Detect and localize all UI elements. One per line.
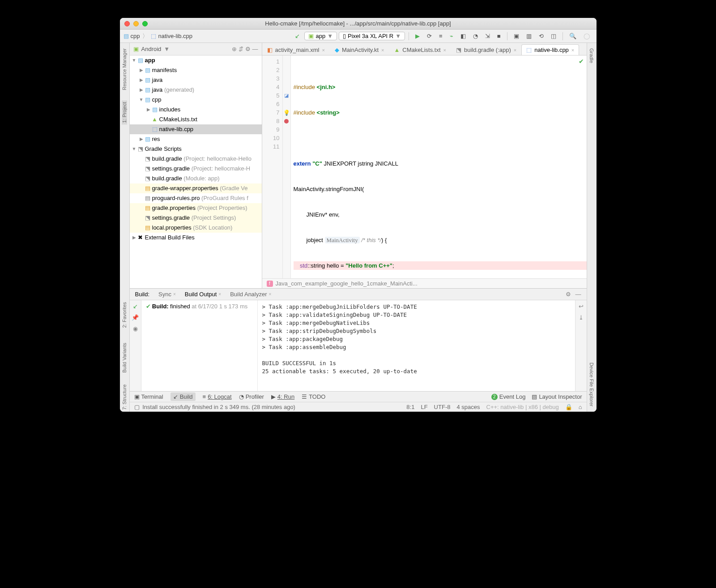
eye-icon[interactable]: ◉	[133, 325, 138, 332]
code-editor[interactable]: 1234567891011 ◪ 💡 ✔ #include <j	[262, 55, 587, 278]
line-number-gutter[interactable]: 1234567891011	[262, 55, 283, 278]
android-icon: ▣	[133, 46, 139, 52]
rerun-icon[interactable]: ↙	[133, 303, 138, 310]
window-title: Hello-cmake [/tmp/hellocmake] - .../app/…	[120, 20, 597, 27]
project-tree[interactable]: ▼▧app ▶▧manifests ▶▧java ▶▧java (generat…	[130, 55, 262, 288]
phone-icon: ▯	[343, 33, 346, 39]
close-icon[interactable]: ×	[322, 47, 324, 53]
profiler-icon[interactable]: ◔	[470, 32, 481, 40]
rail-project[interactable]: 1: Project	[122, 100, 127, 124]
tab-layout-inspector[interactable]: ▧ Layout Inspector	[532, 393, 582, 400]
tab-build-analyzer[interactable]: Build Analyzer×	[230, 291, 271, 298]
tab-mainactivity[interactable]: ◆MainActivity.kt×	[330, 44, 389, 55]
tab-build[interactable]: ↙ Build	[170, 392, 196, 401]
status-icon[interactable]: ▢	[134, 404, 140, 410]
avd-icon[interactable]: ▣	[511, 32, 522, 40]
rail-structure[interactable]: 7: Structure	[122, 383, 127, 412]
soft-wrap-icon[interactable]: ↩	[579, 303, 584, 310]
run-config-selector[interactable]: ▣ app▼	[304, 32, 337, 40]
status-bar: ▢ Install successfully finished in 2 s 3…	[130, 402, 587, 412]
rail-favorites[interactable]: 2: Favorites	[122, 300, 127, 329]
attach-icon[interactable]: ⇲	[482, 32, 493, 40]
bulb-icon[interactable]: 💡	[283, 110, 290, 116]
folder-icon: ▧	[124, 33, 129, 39]
close-icon[interactable]: ×	[514, 47, 516, 53]
cmake-icon: ▲	[151, 115, 158, 124]
implementer-icon[interactable]: ◪	[284, 93, 289, 98]
title-bar[interactable]: Hello-cmake [/tmp/hellocmake] - .../app/…	[120, 18, 597, 30]
encoding[interactable]: UTF-8	[434, 404, 451, 410]
gradle-icon: ⬔	[137, 145, 144, 153]
breakpoint-icon[interactable]	[284, 119, 289, 124]
caret-pos[interactable]: 8:1	[406, 404, 414, 410]
scroll-end-icon[interactable]: ⤓	[579, 314, 584, 321]
tab-cmakelists[interactable]: ▲CMakeLists.txt×	[389, 44, 451, 55]
gear-icon[interactable]: ⚙	[566, 291, 571, 298]
build-tool-window: Build: Sync× Build Output× Build Analyze…	[130, 288, 587, 391]
tab-logcat[interactable]: ≡ 6: Logcat	[203, 393, 232, 400]
breadcrumb-item[interactable]: cpp	[131, 33, 140, 39]
structure-icon[interactable]: ◫	[548, 32, 559, 40]
build-label: Build:	[135, 291, 150, 298]
tab-profiler[interactable]: ◔ Profiler	[239, 393, 264, 400]
project-tool-window: ▣ Android ▼ ⊕ ⇵ ⚙ — ▼▧app ▶▧manifests	[130, 43, 262, 288]
project-view-header: ▣ Android ▼ ⊕ ⇵ ⚙ —	[130, 43, 262, 55]
gutter-icons[interactable]: ◪ 💡	[283, 55, 291, 278]
tab-run[interactable]: ▶ 4: Run	[271, 393, 294, 400]
lock-icon[interactable]: 🔒	[565, 404, 572, 410]
coverage-icon[interactable]: ◧	[458, 32, 469, 40]
apply-changes-icon[interactable]: ⟳	[424, 32, 435, 40]
function-icon: f	[267, 281, 273, 287]
search-icon[interactable]: 🔍	[567, 32, 579, 40]
breadcrumb[interactable]: ▧ cpp 〉 ⬚ native-lib.cpp	[124, 32, 193, 40]
rail-gradle[interactable]: Gradle	[589, 47, 594, 65]
status-message: Install successfully finished in 2 s 349…	[142, 404, 295, 410]
navigation-toolbar: ▧ cpp 〉 ⬚ native-lib.cpp ↙ ▣ app▼ ▯ Pixe…	[120, 30, 597, 43]
tab-activity-main[interactable]: ◧activity_main.xml×	[262, 44, 330, 55]
check-icon[interactable]: ✔	[579, 57, 584, 66]
right-tool-rail: Gradle Device File Explorer	[587, 43, 597, 412]
inspector-icon[interactable]: ⌂	[579, 404, 582, 410]
sync-icon[interactable]: ⟲	[536, 32, 546, 40]
stop-button[interactable]: ■	[494, 32, 503, 40]
gear-icon[interactable]: ⚙	[245, 46, 251, 52]
close-icon[interactable]: ×	[381, 47, 384, 53]
rail-build-variants[interactable]: Build Variants	[122, 341, 127, 375]
collapse-icon[interactable]: ⇵	[239, 46, 243, 52]
ide-window: Hello-cmake [/tmp/hellocmake] - .../app/…	[120, 18, 597, 412]
locate-icon[interactable]: ⊕	[232, 46, 237, 52]
make-button[interactable]: ↙	[292, 32, 303, 40]
left-tool-rail: Resource Manager 1: Project 2: Favorites…	[120, 43, 130, 412]
apply-code-icon[interactable]: ≡	[436, 32, 445, 40]
pin-icon[interactable]: 📌	[132, 314, 139, 321]
cpp-file-icon: ⬚	[151, 125, 158, 134]
sdk-icon[interactable]: ▥	[524, 32, 534, 40]
tab-terminal[interactable]: ▣ Terminal	[134, 393, 163, 400]
member-crumb[interactable]: f Java_com_example_google_hello_1cmake_M…	[262, 278, 587, 288]
debug-button[interactable]: ⌁	[447, 32, 456, 40]
context[interactable]: C++: native-lib | x86 | debug	[486, 404, 559, 410]
wrench-icon: ✖	[137, 233, 144, 242]
breadcrumb-item[interactable]: native-lib.cpp	[158, 33, 192, 39]
rail-resource-manager[interactable]: Resource Manager	[122, 47, 127, 92]
tab-build-output[interactable]: Build Output×	[185, 291, 221, 298]
build-side-tools: ↙ 📌 ◉	[130, 300, 141, 391]
tab-build-gradle[interactable]: ⬔build.gradle (:app)×	[451, 44, 521, 55]
run-button[interactable]: ▶	[413, 32, 422, 40]
build-status-tree[interactable]: ✔ Build: finished at 6/17/20 1 s 173 ms	[141, 300, 258, 391]
device-selector[interactable]: ▯ Pixel 3a XL API R▼	[339, 32, 405, 40]
close-icon[interactable]: ×	[571, 47, 574, 53]
tab-todo[interactable]: ☰ TODO	[302, 393, 325, 400]
user-icon[interactable]: ◯	[581, 32, 593, 40]
close-icon[interactable]: ×	[443, 47, 446, 53]
build-output-text[interactable]: > Task :app:mergeDebugJniLibFolders UP-T…	[258, 300, 575, 391]
project-view-selector[interactable]: Android	[141, 46, 162, 52]
hide-icon[interactable]: —	[575, 291, 581, 298]
tab-event-log[interactable]: 2 Event Log	[491, 393, 526, 400]
rail-device-explorer[interactable]: Device File Explorer	[589, 361, 594, 408]
line-sep[interactable]: LF	[421, 404, 427, 410]
tab-native-lib[interactable]: ⬚native-lib.cpp×	[521, 44, 579, 55]
indent[interactable]: 4 spaces	[456, 404, 480, 410]
hide-icon[interactable]: —	[252, 46, 258, 52]
tab-sync[interactable]: Sync×	[158, 291, 176, 298]
